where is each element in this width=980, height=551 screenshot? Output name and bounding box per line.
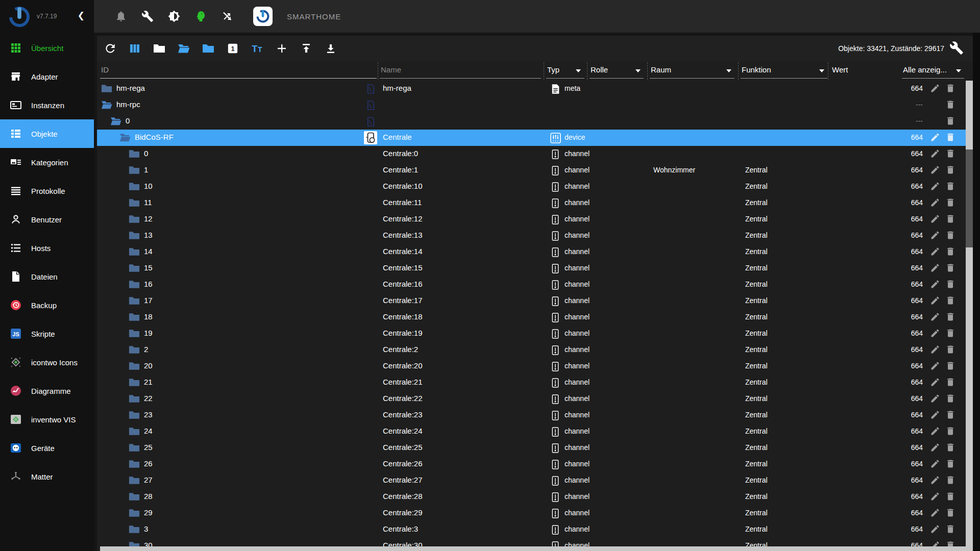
edit-object-button[interactable]	[930, 508, 941, 519]
refresh-icon[interactable]	[103, 42, 117, 56]
folder-closed-icon[interactable]	[129, 459, 141, 469]
sidebar-item-adapter[interactable]: Adapter	[0, 62, 94, 91]
folder-closed-icon[interactable]	[129, 475, 141, 486]
vertical-scrollbar-thumb[interactable]	[966, 149, 973, 247]
sidebar-item-kategorien[interactable]: Kategorien	[0, 148, 94, 177]
table-row-20-17[interactable]: 20Centrale:20channelZentral664	[97, 358, 966, 374]
table-row-28-25[interactable]: 28Centrale:28channelZentral664	[97, 489, 966, 505]
delete-object-button[interactable]	[945, 361, 957, 372]
header-id-filter[interactable]: ID	[101, 65, 109, 74]
edit-object-button[interactable]	[930, 344, 941, 356]
settings-wrench-icon[interactable]	[949, 41, 965, 56]
folder-closed-icon[interactable]	[129, 524, 141, 535]
folder-closed-icon[interactable]	[129, 443, 141, 453]
folder-open-blue-icon[interactable]	[177, 42, 190, 56]
table-row-29-26[interactable]: 29Centrale:29channelZentral664	[97, 505, 966, 521]
table-row-16-12[interactable]: 16Centrale:16channelZentral664	[97, 277, 966, 293]
edit-object-button[interactable]	[930, 312, 941, 323]
edit-object-button[interactable]	[930, 132, 941, 143]
horizontal-scrollbar[interactable]	[100, 546, 973, 551]
edit-object-button[interactable]	[930, 148, 941, 160]
app-logo-chip[interactable]	[253, 7, 273, 26]
table-row-24-21[interactable]: 24Centrale:24channelZentral664	[97, 423, 966, 440]
sidebar-item-objekte[interactable]: Objekte	[0, 119, 94, 148]
table-row-13-9[interactable]: 13Centrale:13channelZentral664	[97, 228, 966, 244]
folder-closed-icon[interactable]	[129, 231, 141, 241]
delete-object-button[interactable]	[945, 230, 957, 241]
table-row-17-13[interactable]: 17Centrale:17channelZentral664	[97, 293, 966, 309]
edit-object-button[interactable]	[930, 328, 941, 339]
folder-closed-icon[interactable]	[129, 149, 141, 159]
bell-icon[interactable]	[114, 10, 128, 23]
edit-object-button[interactable]	[930, 393, 941, 405]
table-row-hm-rega-0[interactable]: hm-regahm-regameta664	[97, 81, 966, 97]
no-sync-icon[interactable]	[220, 10, 234, 23]
collapse-all-icon[interactable]	[299, 42, 313, 56]
delete-object-button[interactable]	[945, 312, 957, 323]
counter-one-icon[interactable]: 1	[226, 42, 239, 56]
sidebar-item-dateien[interactable]: Dateien	[0, 262, 94, 291]
sidebar-item-matter[interactable]: Matter	[0, 462, 94, 491]
delete-object-button[interactable]	[945, 344, 957, 356]
edit-object-button[interactable]	[930, 459, 941, 470]
header-name-filter[interactable]: Name	[381, 65, 401, 74]
edit-object-button[interactable]	[930, 230, 941, 241]
folder-closed-icon[interactable]	[129, 410, 141, 420]
table-row-hm-rpc-1[interactable]: hm-rpc---	[97, 97, 966, 113]
folder-closed-icon[interactable]	[101, 84, 113, 94]
folder-closed-icon[interactable]	[129, 427, 141, 437]
edit-object-button[interactable]	[930, 295, 941, 307]
folder-closed-icon[interactable]	[129, 329, 141, 339]
text-format-icon[interactable]: TT	[250, 42, 264, 56]
folder-closed-icon[interactable]	[129, 214, 141, 224]
delete-object-button[interactable]	[945, 475, 957, 486]
sidebar-item-hosts[interactable]: Hosts	[0, 234, 94, 262]
table-row-26-23[interactable]: 26Centrale:26channelZentral664	[97, 456, 966, 472]
edit-object-button[interactable]	[930, 426, 941, 437]
table-row-11-7[interactable]: 11Centrale:11channelZentral664	[97, 195, 966, 211]
add-icon[interactable]	[275, 42, 288, 56]
collapse-sidebar-button[interactable]: ❮	[78, 10, 85, 21]
folder-open-icon[interactable]	[110, 116, 122, 127]
sidebar-item-benutzer[interactable]: Benutzer	[0, 205, 94, 234]
table-row-12-8[interactable]: 12Centrale:12channelZentral664	[97, 211, 966, 228]
delete-object-button[interactable]	[945, 116, 957, 127]
table-row-2-16[interactable]: 2Centrale:2channelZentral664	[97, 342, 966, 358]
delete-object-button[interactable]	[945, 459, 957, 470]
delete-object-button[interactable]	[945, 410, 957, 421]
delete-object-button[interactable]	[945, 263, 957, 274]
edit-object-button[interactable]	[930, 442, 941, 454]
role-dropdown-icon[interactable]	[635, 69, 641, 72]
folder-closed-icon[interactable]	[129, 198, 141, 208]
delete-object-button[interactable]	[945, 246, 957, 258]
table-row-15-11[interactable]: 15Centrale:15channelZentral664	[97, 260, 966, 277]
columns-icon[interactable]	[128, 42, 141, 56]
delete-object-button[interactable]	[945, 279, 957, 290]
table-row-0-2[interactable]: 0---	[97, 113, 966, 130]
delete-object-button[interactable]	[945, 491, 957, 503]
expert-mode-icon[interactable]	[194, 10, 207, 23]
delete-object-button[interactable]	[945, 393, 957, 405]
table-row-1-5[interactable]: 1Centrale:1channelWohnzimmerZentral664	[97, 162, 966, 179]
table-row-14-10[interactable]: 14Centrale:14channelZentral664	[97, 244, 966, 260]
expand-all-icon[interactable]	[324, 42, 337, 56]
folder-white-icon[interactable]	[152, 42, 166, 56]
delete-object-button[interactable]	[945, 524, 957, 535]
folder-closed-icon[interactable]	[129, 263, 141, 273]
table-row-18-14[interactable]: 18Centrale:18channelZentral664	[97, 309, 966, 325]
folder-closed-icon[interactable]	[129, 345, 141, 355]
header-function-filter[interactable]: Funktion	[742, 65, 771, 74]
edit-object-button[interactable]	[930, 165, 941, 176]
table-row-25-22[interactable]: 25Centrale:25channelZentral664	[97, 440, 966, 456]
folder-closed-icon[interactable]	[129, 182, 141, 192]
table-row-21-18[interactable]: 21Centrale:21channelZentral664	[97, 374, 966, 391]
delete-object-button[interactable]	[945, 328, 957, 339]
table-row-10-6[interactable]: 10Centrale:10channelZentral664	[97, 179, 966, 195]
table-row-bidcos-rf-3[interactable]: BidCoS-RFCentraledevice664	[97, 130, 966, 146]
function-dropdown-icon[interactable]	[819, 69, 824, 72]
edit-object-button[interactable]	[930, 181, 941, 192]
delete-object-button[interactable]	[945, 197, 957, 209]
folder-closed-icon[interactable]	[129, 280, 141, 290]
sidebar-item-backup[interactable]: Backup	[0, 291, 94, 319]
folder-closed-icon[interactable]	[129, 492, 141, 502]
